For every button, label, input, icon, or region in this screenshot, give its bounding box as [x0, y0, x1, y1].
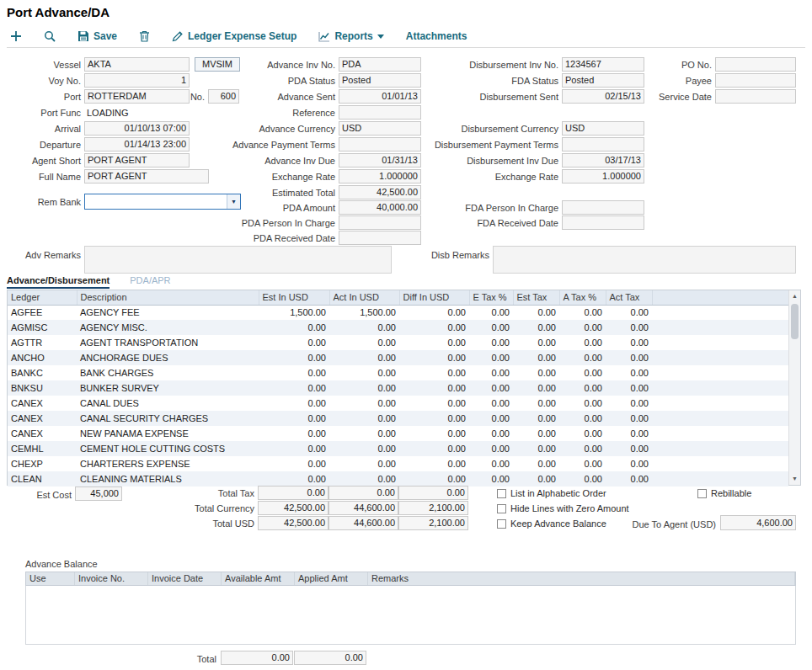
ledger-desc-cell[interactable]: AGENCY MISC. — [77, 320, 259, 335]
ledger-amount-cell[interactable]: 0.00 — [606, 411, 652, 426]
pda-person-in-charge-input[interactable] — [339, 215, 421, 230]
ledger-col-diff-in-usd[interactable]: Diff In USD — [399, 290, 469, 305]
reference-input[interactable] — [339, 105, 421, 120]
disbursement-currency-input[interactable]: USD — [562, 121, 644, 136]
ledger-row[interactable]: CLEANCLEANING MATERIALS0.000.000.000.000… — [8, 471, 788, 487]
ledger-desc-cell[interactable]: CANAL SECURITY CHARGES — [77, 411, 259, 426]
ledger-code-cell[interactable]: CEMHL — [8, 441, 77, 456]
pda-received-date-input[interactable] — [339, 231, 421, 245]
ledger-amount-cell[interactable]: 0.00 — [259, 456, 329, 471]
ledger-amount-cell[interactable]: 0.00 — [513, 411, 559, 426]
ledger-amount-cell[interactable]: 0.00 — [606, 396, 652, 411]
ledger-expense-setup-button[interactable]: Ledger Expense Setup — [172, 30, 296, 42]
ledger-amount-cell[interactable]: 0.00 — [606, 350, 652, 365]
ledger-amount-cell[interactable]: 0.00 — [399, 305, 469, 320]
ledger-code-cell[interactable]: CANEX — [8, 411, 77, 426]
ledger-amount-cell[interactable]: 0.00 — [469, 396, 513, 411]
ledger-amount-cell[interactable] — [652, 456, 788, 471]
ledger-amount-cell[interactable]: 0.00 — [399, 365, 469, 380]
ledger-desc-cell[interactable]: ANCHORAGE DUES — [77, 350, 259, 365]
advance-inv-due-input[interactable]: 01/31/13 — [339, 153, 421, 168]
ledger-amount-cell[interactable]: 0.00 — [329, 411, 399, 426]
ledger-amount-cell[interactable]: 0.00 — [559, 456, 606, 471]
payee-input[interactable] — [715, 73, 796, 88]
ledger-code-cell[interactable]: CHEXP — [8, 456, 77, 471]
ledger-amount-cell[interactable]: 0.00 — [469, 456, 513, 471]
ledger-col-act-tax[interactable]: Act Tax — [606, 290, 652, 305]
advance-inv-no-input[interactable]: PDA — [339, 57, 421, 72]
ledger-col-description[interactable]: Description — [77, 290, 259, 305]
departure-input[interactable]: 01/14/13 23:00 — [84, 137, 190, 152]
disb-remarks-input[interactable] — [493, 246, 796, 274]
ledger-amount-cell[interactable]: 1,500.00 — [329, 305, 399, 320]
ledger-code-cell[interactable]: BNKSU — [8, 380, 77, 396]
checkbox-hide-zero[interactable]: Hide Lines with Zero Amount — [497, 503, 629, 513]
ledger-amount-cell[interactable]: 0.00 — [559, 305, 606, 320]
ledger-amount-cell[interactable]: 0.00 — [329, 426, 399, 441]
ledger-amount-cell[interactable]: 0.00 — [469, 305, 513, 320]
po-no-input[interactable] — [715, 57, 796, 72]
pda-amount-input[interactable]: 40,000.00 — [339, 200, 421, 215]
ledger-amount-cell[interactable]: 0.00 — [469, 426, 513, 441]
ledger-amount-cell[interactable] — [652, 441, 788, 456]
ledger-col-e-tax[interactable]: E Tax % — [469, 290, 513, 305]
ledger-amount-cell[interactable]: 0.00 — [259, 426, 329, 441]
ledger-amount-cell[interactable]: 0.00 — [259, 411, 329, 426]
disbursement-exchange-rate-input[interactable]: 1.000000 — [562, 169, 644, 183]
ledger-amount-cell[interactable]: 0.00 — [469, 350, 513, 365]
ledger-amount-cell[interactable] — [652, 365, 788, 380]
ledger-col-act-in-usd[interactable]: Act In USD — [329, 290, 399, 305]
ledger-code-cell[interactable]: CANEX — [8, 396, 77, 411]
save-button[interactable]: Save — [77, 30, 117, 42]
ledger-col-est-in-usd[interactable]: Est In USD — [259, 290, 329, 305]
ledger-amount-cell[interactable]: 0.00 — [259, 396, 329, 411]
ab-col-invoice-date[interactable]: Invoice Date — [148, 572, 222, 585]
adv-remarks-input[interactable] — [84, 246, 392, 274]
ledger-code-cell[interactable]: CANEX — [8, 426, 77, 441]
ledger-col-est-tax[interactable]: Est Tax — [513, 290, 559, 305]
ledger-amount-cell[interactable]: 0.00 — [469, 441, 513, 456]
ledger-amount-cell[interactable] — [652, 411, 788, 426]
ledger-row[interactable]: CANEXCANAL DUES0.000.000.000.000.000.000… — [8, 396, 788, 411]
ledger-code-cell[interactable]: CLEAN — [8, 471, 77, 487]
est-cost-input[interactable]: 45,000 — [75, 487, 122, 501]
ledger-amount-cell[interactable]: 0.00 — [513, 350, 559, 365]
ledger-amount-cell[interactable]: 0.00 — [606, 335, 652, 350]
ledger-row[interactable]: CEMHLCEMENT HOLE CUTTING COSTS0.000.000.… — [8, 441, 788, 456]
ledger-amount-cell[interactable]: 0.00 — [469, 335, 513, 350]
pda-status-input[interactable]: Posted — [339, 73, 421, 88]
ledger-code-cell[interactable]: AGFEE — [8, 305, 77, 320]
attachments-button[interactable]: Attachments — [406, 30, 467, 42]
scroll-up-icon[interactable]: ▲ — [789, 290, 800, 302]
ledger-amount-cell[interactable]: 0.00 — [399, 350, 469, 365]
delete-button[interactable] — [139, 30, 150, 42]
ledger-amount-cell[interactable]: 0.00 — [399, 380, 469, 396]
disbursement-sent-input[interactable]: 02/15/13 — [562, 89, 644, 104]
ledger-amount-cell[interactable] — [652, 426, 788, 441]
checkbox-list-alphabetic[interactable]: List in Alphabetic Order — [497, 488, 606, 498]
ledger-amount-cell[interactable]: 0.00 — [513, 456, 559, 471]
ledger-amount-cell[interactable]: 0.00 — [329, 471, 399, 487]
ledger-amount-cell[interactable] — [652, 350, 788, 365]
fda-status-input[interactable]: Posted — [562, 73, 644, 88]
ledger-amount-cell[interactable]: 0.00 — [513, 471, 559, 487]
advance-sent-input[interactable]: 01/01/13 — [339, 89, 421, 104]
ledger-amount-cell[interactable]: 0.00 — [329, 456, 399, 471]
fda-person-in-charge-input[interactable] — [562, 200, 644, 215]
advance-currency-input[interactable]: USD — [339, 121, 421, 136]
ledger-desc-cell[interactable]: CLEANING MATERIALS — [77, 471, 259, 487]
ledger-code-cell[interactable]: ANCHO — [8, 350, 77, 365]
ledger-amount-cell[interactable] — [652, 305, 788, 320]
ledger-amount-cell[interactable]: 1,500.00 — [259, 305, 329, 320]
ledger-amount-cell[interactable] — [652, 380, 788, 396]
agent-short-input[interactable]: PORT AGENT — [84, 153, 190, 168]
ledger-amount-cell[interactable]: 0.00 — [469, 411, 513, 426]
checkbox-keep-advance-balance[interactable]: Keep Advance Balance — [497, 518, 606, 529]
ab-col-applied-amt[interactable]: Applied Amt — [295, 572, 368, 585]
ledger-amount-cell[interactable]: 0.00 — [513, 396, 559, 411]
advance-exchange-rate-input[interactable]: 1.000000 — [339, 169, 421, 183]
ledger-amount-cell[interactable]: 0.00 — [469, 320, 513, 335]
ledger-desc-cell[interactable]: CANAL DUES — [77, 396, 259, 411]
ledger-row[interactable]: AGMISCAGENCY MISC.0.000.000.000.000.000.… — [8, 320, 788, 335]
ledger-amount-cell[interactable]: 0.00 — [513, 305, 559, 320]
